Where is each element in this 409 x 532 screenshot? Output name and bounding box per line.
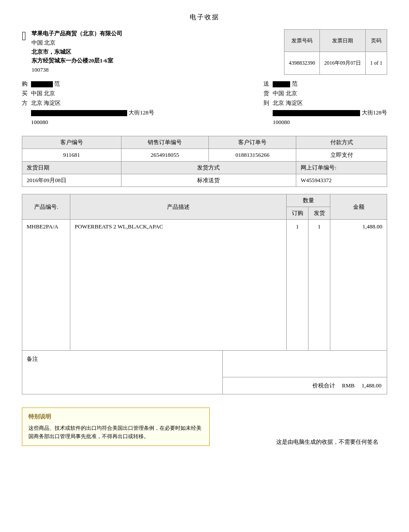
bill-to-street: 大街128号 [128, 109, 154, 116]
sales-order-value: 2654918055 [121, 149, 208, 162]
payment-header: 付款方式 [296, 136, 387, 149]
ship-date-header: 发货日期 [22, 162, 121, 174]
sales-order-header: 销售订单编号 [121, 136, 208, 149]
customer-order-value: 018813156266 [208, 149, 296, 162]
company-country: 中国 北京 [31, 38, 122, 48]
qty-shipped-header: 发货 [308, 207, 330, 220]
bill-to-label-line3: 方 [22, 98, 28, 108]
ship-to-street: 大街128号 [362, 109, 388, 116]
special-note-text: 这些商品、技术或软件的出口均符合美国出口管理条例，在必要时如未经美国商务部出口管… [28, 424, 203, 441]
bill-to-name: 范 [54, 80, 60, 87]
online-order-value: W455943372 [296, 174, 387, 187]
table-row: MHBE2PA/A POWERBEATS 2 WL,BLACK,APAC 1 1… [22, 220, 387, 351]
notes-label: 备注 [22, 351, 223, 394]
product-desc-value: POWERBEATS 2 WL,BLACK,APAC [70, 220, 287, 351]
ship-to-country: 中国 北京 [273, 89, 387, 98]
ship-method-header: 发货方式 [121, 162, 296, 174]
invoice-date-value: 2016年09月07日 [320, 52, 366, 75]
invoice-page-value: 1 of 1 [366, 52, 387, 75]
company-info:  苹果电子产品商贸（北京）有限公司 中国 北京 北京市，东城区 东方经贸城东一… [22, 29, 122, 75]
online-order-header: 网上订单编号: [296, 162, 387, 174]
bill-to-block: 购 买 方 范 中国 北京 北京 海淀区 大街128号 100080 [22, 79, 154, 127]
invoice-number-header: 发票号码 [284, 30, 320, 52]
company-city: 北京市，东城区 [31, 48, 122, 57]
notes-summary-table: 备注 价税合计 RMB 1,488.00 [22, 351, 387, 394]
amount-header: 金额 [330, 194, 387, 220]
ship-to-block: 送 货 到 范 中国 北京 北京 海淀区 大街128号 100080 [263, 79, 387, 127]
invoice-date-header: 发票日期 [320, 30, 366, 52]
ship-date-value: 2016年09月08日 [22, 174, 121, 187]
ship-to-label-line1: 送 [263, 79, 269, 89]
special-note-title: 特别说明 [28, 412, 203, 421]
bill-to-label-line1: 购 [22, 79, 28, 89]
bill-to-name-redacted [31, 81, 53, 87]
bill-to-street-redacted [31, 110, 127, 116]
ship-to-street-redacted [273, 110, 360, 116]
ship-to-name: 范 [292, 80, 298, 87]
qty-shipped-value: 1 [308, 220, 330, 351]
payment-value: 立即支付 [296, 149, 387, 162]
ship-to-postal: 100080 [273, 117, 387, 127]
company-postal: 100738 [31, 66, 122, 75]
product-no-header: 产品编号. [22, 194, 70, 220]
amount-value: 1,488.00 [330, 220, 387, 351]
apple-logo-icon:  [22, 30, 26, 42]
order-info-table: 客户编号 销售订单编号 客户订单号 付款方式 911681 2654918055… [22, 136, 387, 187]
addresses-section: 购 买 方 范 中国 北京 北京 海淀区 大街128号 100080 送 货 到 [22, 79, 387, 127]
bill-to-label-line2: 买 [22, 89, 28, 98]
ship-to-label-line2: 货 [263, 89, 269, 98]
qty-header: 数量 [287, 194, 330, 207]
invoice-meta-table: 发票号码 发票日期 页码 4398832390 2016年09月07日 1 of… [284, 29, 387, 75]
ship-to-district: 北京 海淀区 [273, 98, 387, 108]
subtotal-amount: 1,488.00 [362, 382, 382, 389]
customer-number-value: 911681 [22, 149, 121, 162]
invoice-number-value: 4398832390 [284, 52, 320, 75]
company-address: 东方经贸城东一办公楼20层1-6室 [31, 56, 122, 66]
summary-cell: 价税合计 RMB 1,488.00 [223, 351, 387, 394]
subtotal-currency: RMB [342, 382, 355, 389]
product-no-value: MHBE2PA/A [22, 220, 70, 351]
footer-section: 特别说明 这些商品、技术或软件的出口均符合美国出口管理条例，在必要时如未经美国商… [22, 394, 387, 446]
ship-to-label-line3: 到 [263, 98, 269, 108]
bill-to-district: 北京 海淀区 [31, 98, 154, 108]
qty-ordered-header: 订购 [287, 207, 308, 220]
ship-method-value: 标准送货 [121, 174, 296, 187]
page-title: 电子收据 [22, 13, 387, 21]
company-name: 苹果电子产品商贸（北京）有限公司 [31, 29, 122, 38]
invoice-page-header: 页码 [366, 30, 387, 52]
customer-number-header: 客户编号 [22, 136, 121, 149]
qty-ordered-value: 1 [287, 220, 308, 351]
customer-order-header: 客户订单号 [208, 136, 296, 149]
subtotal-label: 价税合计 [312, 382, 335, 390]
bill-to-postal: 100080 [31, 117, 154, 127]
product-table: 产品编号. 产品描述 数量 金额 订购 发货 MHBE2PA/A POWERBE… [22, 194, 387, 351]
computer-generated-text: 这是由电脑生成的收据，不需要任何签名 [276, 425, 387, 446]
bill-to-country: 中国 北京 [31, 89, 154, 98]
product-desc-header: 产品描述 [70, 194, 287, 220]
special-note-box: 特别说明 这些商品、技术或软件的出口均符合美国出口管理条例，在必要时如未经美国商… [22, 408, 210, 446]
ship-to-name-redacted [273, 81, 290, 87]
